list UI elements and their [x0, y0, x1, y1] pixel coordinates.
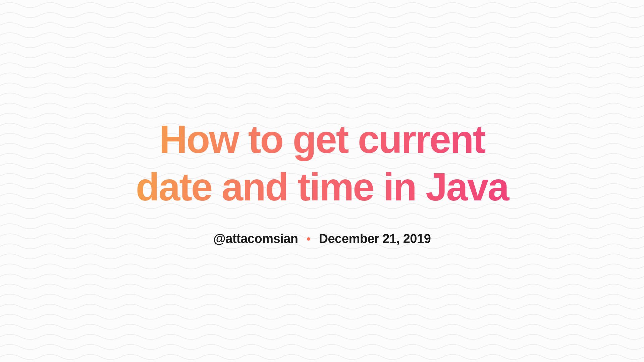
separator-dot-icon: [307, 237, 310, 241]
author-handle[interactable]: @attacomsian: [213, 232, 298, 246]
article-header-card: How to get current date and time in Java…: [121, 103, 523, 259]
article-title: How to get current date and time in Java: [134, 116, 510, 211]
article-meta: @attacomsian December 21, 2019: [134, 232, 510, 246]
publish-date: December 21, 2019: [319, 232, 431, 246]
